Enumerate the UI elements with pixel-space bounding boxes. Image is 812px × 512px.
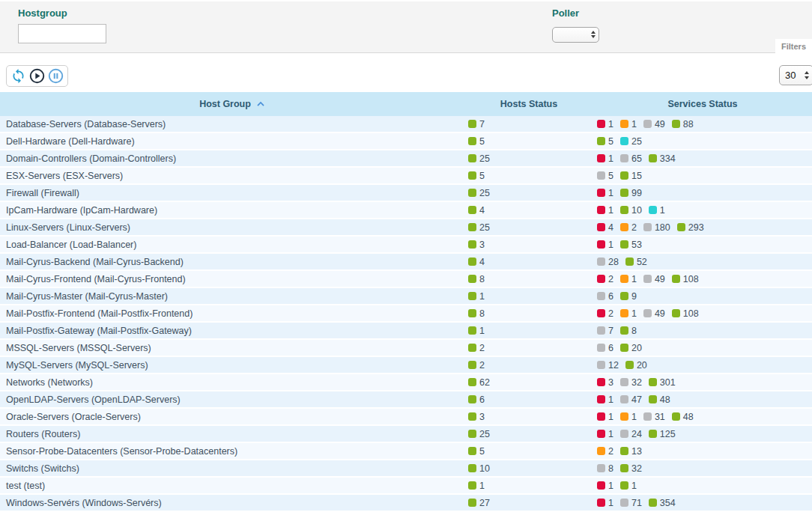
status-count-green[interactable]: 62 bbox=[468, 377, 490, 388]
status-count-green[interactable]: 25 bbox=[468, 188, 490, 198]
pause-icon[interactable] bbox=[48, 68, 64, 84]
status-count-green[interactable]: 5 bbox=[597, 136, 613, 147]
table-row[interactable]: Oracle-Servers (Oracle-Servers)3113148 bbox=[0, 409, 812, 426]
status-count-green[interactable]: 48 bbox=[649, 394, 670, 405]
status-count-red[interactable]: 1 bbox=[597, 481, 613, 491]
table-row[interactable]: Networks (Networks)62332301 bbox=[0, 374, 812, 391]
status-count-green[interactable]: 4 bbox=[468, 257, 485, 267]
status-count-green[interactable]: 53 bbox=[620, 240, 642, 250]
status-count-green[interactable]: 32 bbox=[620, 463, 642, 474]
status-count-green[interactable]: 15 bbox=[620, 171, 642, 181]
status-count-green[interactable]: 1 bbox=[468, 291, 485, 302]
status-count-gray[interactable]: 65 bbox=[620, 153, 642, 164]
status-count-green[interactable]: 25 bbox=[468, 222, 490, 233]
status-count-green[interactable]: 3 bbox=[468, 240, 485, 250]
table-row[interactable]: Routers (Routers)25124125 bbox=[0, 426, 812, 443]
status-count-gray[interactable]: 28 bbox=[597, 257, 619, 267]
status-count-red[interactable]: 1 bbox=[597, 119, 613, 129]
status-count-green[interactable]: 354 bbox=[649, 498, 676, 508]
status-count-gray[interactable]: 6 bbox=[597, 343, 613, 353]
status-count-red[interactable]: 1 bbox=[597, 205, 613, 216]
status-count-green[interactable]: 27 bbox=[468, 498, 490, 508]
table-row[interactable]: Mail-Postfix-Gateway (Mail-Postfix-Gatew… bbox=[0, 323, 812, 340]
status-count-green[interactable]: 25 bbox=[468, 429, 490, 439]
status-count-gray[interactable]: 47 bbox=[620, 394, 642, 405]
status-count-green[interactable]: 13 bbox=[620, 446, 642, 457]
status-count-gray[interactable]: 71 bbox=[620, 498, 642, 508]
status-count-green[interactable]: 10 bbox=[620, 205, 642, 216]
status-count-green[interactable]: 8 bbox=[468, 308, 485, 319]
table-row[interactable]: Load-Balancer (Load-Balancer)3153 bbox=[0, 237, 812, 254]
poller-select[interactable] bbox=[552, 27, 599, 43]
filters-tab[interactable]: Filters bbox=[775, 39, 812, 53]
column-header-hosts-status[interactable]: Hosts Status bbox=[464, 99, 593, 109]
table-row[interactable]: Database-Servers (Database-Servers)71149… bbox=[0, 116, 812, 133]
status-count-green[interactable]: 2 bbox=[468, 343, 485, 353]
play-icon[interactable] bbox=[29, 68, 45, 84]
status-count-gray[interactable]: 5 bbox=[597, 171, 613, 181]
status-count-green[interactable]: 1 bbox=[468, 481, 485, 491]
status-count-gray[interactable]: 180 bbox=[643, 222, 670, 233]
refresh-icon[interactable] bbox=[10, 68, 26, 84]
status-count-green[interactable]: 108 bbox=[672, 308, 699, 319]
table-row[interactable]: Dell-Hardware (Dell-Hardware)5525 bbox=[0, 133, 812, 150]
status-count-green[interactable]: 6 bbox=[468, 394, 485, 405]
status-count-green[interactable]: 20 bbox=[625, 360, 647, 371]
status-count-green[interactable]: 8 bbox=[620, 326, 637, 336]
status-count-green[interactable]: 5 bbox=[468, 171, 485, 181]
table-row[interactable]: Windows-Servérs (Windows-Servérs)2717135… bbox=[0, 495, 812, 512]
table-row[interactable]: Mail-Cyrus-Backend (Mail-Cyrus-Backend)4… bbox=[0, 254, 812, 271]
status-count-gray[interactable]: 7 bbox=[597, 326, 613, 336]
table-row[interactable]: OpenLDAP-Servers (OpenLDAP-Servers)61474… bbox=[0, 391, 812, 409]
table-row[interactable]: MySQL-Servers (MySQL-Servers)21220 bbox=[0, 357, 812, 374]
table-row[interactable]: test (test)111 bbox=[0, 478, 812, 495]
status-count-red[interactable]: 3 bbox=[597, 377, 613, 388]
status-count-gray[interactable]: 12 bbox=[597, 360, 619, 371]
table-row[interactable]: Mail-Postfix-Frontend (Mail-Postfix-Fron… bbox=[0, 305, 812, 323]
status-count-gray[interactable]: 8 bbox=[597, 463, 613, 474]
status-count-red[interactable]: 2 bbox=[597, 308, 613, 319]
status-count-red[interactable]: 1 bbox=[597, 188, 613, 198]
status-count-green[interactable]: 8 bbox=[468, 274, 485, 284]
table-row[interactable]: Linux-Servers (Linux-Servers)2542180293 bbox=[0, 219, 812, 237]
status-count-green[interactable]: 88 bbox=[672, 119, 694, 129]
status-count-gray[interactable]: 32 bbox=[620, 377, 642, 388]
status-count-red[interactable]: 1 bbox=[597, 429, 613, 439]
status-count-gray[interactable]: 31 bbox=[643, 412, 665, 422]
table-row[interactable]: IpCam-Hardware (IpCam-Hardware)41101 bbox=[0, 202, 812, 219]
status-count-green[interactable]: 293 bbox=[677, 222, 704, 233]
status-count-green[interactable]: 125 bbox=[649, 429, 676, 439]
status-count-green[interactable]: 52 bbox=[625, 257, 647, 267]
status-count-green[interactable]: 9 bbox=[620, 291, 637, 302]
status-count-green[interactable]: 2 bbox=[468, 360, 485, 371]
status-count-green[interactable]: 1 bbox=[468, 326, 485, 336]
status-count-orange[interactable]: 2 bbox=[620, 222, 637, 233]
status-count-orange[interactable]: 1 bbox=[620, 308, 637, 319]
status-count-gray[interactable]: 6 bbox=[597, 291, 613, 302]
status-count-green[interactable]: 7 bbox=[468, 119, 485, 129]
column-header-host-group[interactable]: Host Group bbox=[0, 99, 464, 109]
status-count-green[interactable]: 301 bbox=[649, 377, 676, 388]
hostgroup-input[interactable] bbox=[18, 24, 106, 43]
table-row[interactable]: Mail-Cyrus-Master (Mail-Cyrus-Master)169 bbox=[0, 288, 812, 305]
column-header-services-status[interactable]: Services Status bbox=[593, 99, 812, 109]
status-count-gray[interactable]: 49 bbox=[643, 274, 665, 284]
status-count-green[interactable]: 108 bbox=[672, 274, 699, 284]
table-row[interactable]: Firewall (Firewall)25199 bbox=[0, 185, 812, 202]
table-row[interactable]: Sensor-Probe-Datacenters (Sensor-Probe-D… bbox=[0, 443, 812, 460]
table-row[interactable]: Domain-Controllers (Domain-Controllers)2… bbox=[0, 150, 812, 168]
status-count-red[interactable]: 4 bbox=[597, 222, 613, 233]
status-count-red[interactable]: 1 bbox=[597, 153, 613, 164]
status-count-cyan[interactable]: 25 bbox=[620, 136, 642, 147]
table-row[interactable]: Switchs (Switchs)10832 bbox=[0, 460, 812, 478]
status-count-green[interactable]: 5 bbox=[468, 446, 485, 457]
table-row[interactable]: MSSQL-Servers (MSSQL-Servers)2620 bbox=[0, 340, 812, 357]
status-count-gray[interactable]: 49 bbox=[643, 119, 665, 129]
status-count-green[interactable]: 334 bbox=[649, 153, 676, 164]
status-count-gray[interactable]: 49 bbox=[643, 308, 665, 319]
status-count-green[interactable]: 10 bbox=[468, 463, 490, 474]
status-count-green[interactable]: 20 bbox=[620, 343, 642, 353]
status-count-orange[interactable]: 1 bbox=[620, 119, 637, 129]
status-count-green[interactable]: 4 bbox=[468, 205, 485, 216]
status-count-red[interactable]: 1 bbox=[597, 240, 613, 250]
